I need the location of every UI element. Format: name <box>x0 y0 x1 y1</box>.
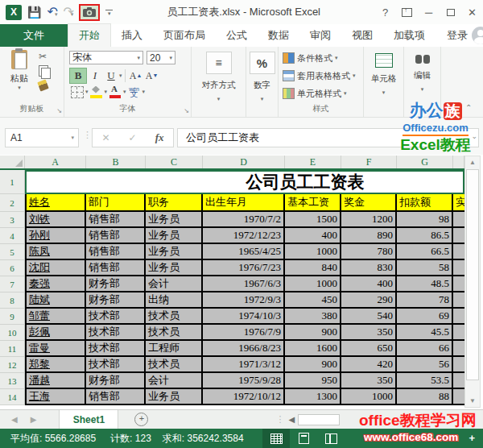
view-page-break-button[interactable] <box>317 429 345 448</box>
cell-partial[interactable] <box>453 228 464 244</box>
tab-review[interactable]: 审阅 <box>299 24 341 47</box>
borders-button[interactable] <box>69 85 85 99</box>
cell[interactable]: 技术部 <box>86 341 146 357</box>
cell[interactable]: 孙刚 <box>25 228 86 244</box>
maximize-icon[interactable] <box>440 0 461 24</box>
header-cell[interactable]: 扣款额 <box>397 194 453 212</box>
cell[interactable]: 650 <box>341 341 397 357</box>
cell[interactable]: 1972/10/12 <box>203 389 285 405</box>
cell[interactable]: 1967/6/3 <box>203 276 285 292</box>
tab-file[interactable]: 文件 <box>0 24 68 47</box>
sheetbar-splitter[interactable]: ⋮ <box>275 414 283 425</box>
increase-font-size-button[interactable]: A▲ <box>128 68 144 83</box>
cell[interactable]: 1000 <box>285 276 341 292</box>
alignment-dropdown-icon[interactable]: ▾ <box>217 96 221 102</box>
cell[interactable]: 1972/9/3 <box>203 292 285 309</box>
qat-customize-button[interactable]: ▾ <box>105 10 113 15</box>
number-dropdown-icon[interactable]: ▾ <box>261 96 264 102</box>
cell[interactable]: 1000 <box>285 244 341 260</box>
cell-styles-button[interactable]: 单元格样式▾ <box>283 86 347 101</box>
cell[interactable]: 销售部 <box>86 244 146 260</box>
cell[interactable]: 900 <box>285 325 341 341</box>
cell-partial[interactable] <box>453 244 464 260</box>
cut-button[interactable]: ✂ <box>39 51 48 62</box>
cell-partial[interactable] <box>453 292 464 309</box>
column-header-F[interactable]: F <box>341 156 397 168</box>
tab-page-layout[interactable]: 页面布局 <box>153 24 216 47</box>
decrease-font-size-button[interactable]: A▼ <box>144 68 160 83</box>
cells-group-button[interactable]: 单元格 ▾ <box>364 47 404 117</box>
header-cell[interactable]: 姓名 <box>25 194 86 212</box>
cell[interactable]: 1975/9/28 <box>203 373 285 389</box>
cell[interactable]: 秦强 <box>25 276 86 292</box>
italic-button[interactable]: I <box>87 68 103 83</box>
cell[interactable]: 沈阳 <box>25 260 86 276</box>
header-cell[interactable]: 职务 <box>146 194 203 212</box>
cell[interactable]: 890 <box>341 228 397 244</box>
row-number-12[interactable]: 12 <box>0 357 25 373</box>
cell[interactable]: 销售部 <box>86 228 146 244</box>
row-number-1[interactable]: 1 <box>0 170 25 194</box>
column-header-D[interactable]: D <box>203 156 285 168</box>
row-number-13[interactable]: 13 <box>0 373 25 389</box>
cell[interactable]: 销售部 <box>86 212 146 228</box>
paste-dropdown-icon[interactable]: ▾ <box>18 85 21 91</box>
bold-button[interactable]: B <box>69 68 87 84</box>
cell-partial[interactable] <box>453 260 464 276</box>
cell[interactable]: 工程师 <box>146 341 203 357</box>
name-box-dropdown-icon[interactable]: ▾ <box>71 135 74 141</box>
add-sheet-icon[interactable]: + <box>134 413 148 426</box>
column-header-B[interactable]: B <box>86 156 146 168</box>
cell[interactable]: 1965/4/25 <box>203 244 285 260</box>
cell[interactable]: 技术员 <box>146 357 203 373</box>
header-cell[interactable]: 出生年月 <box>203 194 285 212</box>
row-number-8[interactable]: 8 <box>0 292 25 309</box>
cell[interactable]: 1972/12/23 <box>203 228 285 244</box>
cell[interactable]: 45.5 <box>397 325 453 341</box>
cell[interactable]: 48.5 <box>397 276 453 292</box>
row-number-9[interactable]: 9 <box>0 309 25 325</box>
format-painter-button[interactable] <box>39 80 48 91</box>
cell[interactable]: 98 <box>397 212 453 228</box>
cell[interactable]: 1971/3/12 <box>203 357 285 373</box>
merged-title-cell[interactable]: 公司员工工资表 <box>25 170 464 194</box>
row-number-4[interactable]: 4 <box>0 228 25 244</box>
cell[interactable]: 业务员 <box>146 389 203 405</box>
cell[interactable]: 技术部 <box>86 357 146 373</box>
format-as-table-button[interactable]: 套用表格格式▾ <box>283 68 356 83</box>
row-number-14[interactable]: 14 <box>0 389 25 405</box>
cell[interactable]: 1976/7/23 <box>203 260 285 276</box>
clipboard-dialog-launcher-icon[interactable]: ↘ <box>56 108 62 114</box>
tab-insert[interactable]: 插入 <box>111 24 153 47</box>
cell[interactable]: 陆斌 <box>25 292 86 309</box>
cell[interactable]: 400 <box>285 228 341 244</box>
tab-data[interactable]: 数据 <box>258 24 299 47</box>
cell[interactable]: 出纳 <box>146 292 203 309</box>
header-cell[interactable]: 部门 <box>86 194 146 212</box>
cell[interactable]: 450 <box>285 292 341 309</box>
cell[interactable]: 财务部 <box>86 292 146 309</box>
font-name-select[interactable]: 宋体▾ <box>69 51 143 64</box>
cell[interactable]: 财务部 <box>86 276 146 292</box>
view-page-layout-button[interactable] <box>290 429 317 448</box>
cell[interactable]: 66 <box>397 341 453 357</box>
cell[interactable]: 78 <box>397 292 453 309</box>
enter-icon[interactable]: ✓ <box>129 132 137 143</box>
cell[interactable]: 1200 <box>341 212 397 228</box>
row-number-10[interactable]: 10 <box>0 325 25 341</box>
cell[interactable]: 53.5 <box>397 373 453 389</box>
cell-partial[interactable] <box>453 357 464 373</box>
help-icon[interactable]: ? <box>374 0 396 24</box>
cell[interactable]: 56 <box>397 357 453 373</box>
cell[interactable]: 1300 <box>285 389 341 405</box>
save-icon[interactable]: 💾 <box>27 6 41 18</box>
cell[interactable]: 王海 <box>25 389 86 405</box>
tab-view[interactable]: 视图 <box>341 24 383 47</box>
scroll-down-icon[interactable]: ▼ <box>465 395 480 407</box>
cell[interactable]: 雷曼 <box>25 341 86 357</box>
cell[interactable]: 技术部 <box>86 309 146 325</box>
font-dialog-launcher-icon[interactable]: ↘ <box>184 108 189 114</box>
cell[interactable]: 1976/7/9 <box>203 325 285 341</box>
underline-dropdown-icon[interactable]: ▾ <box>119 73 122 79</box>
insert-function-icon[interactable]: fx <box>155 131 164 144</box>
